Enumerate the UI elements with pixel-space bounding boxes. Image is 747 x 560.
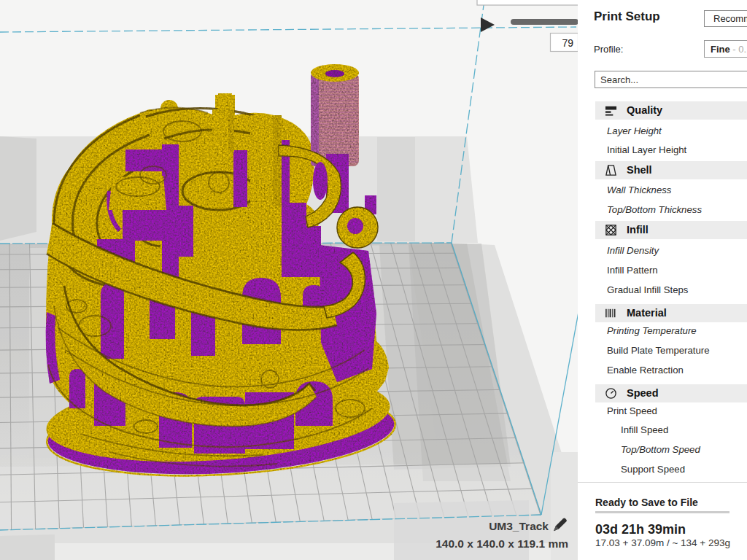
svg-text:140.0 x 140.0 x 119.1 mm: 140.0 x 140.0 x 119.1 mm bbox=[436, 537, 568, 550]
svg-text:UM3_Track: UM3_Track bbox=[489, 520, 549, 532]
svg-text:79: 79 bbox=[562, 37, 573, 49]
